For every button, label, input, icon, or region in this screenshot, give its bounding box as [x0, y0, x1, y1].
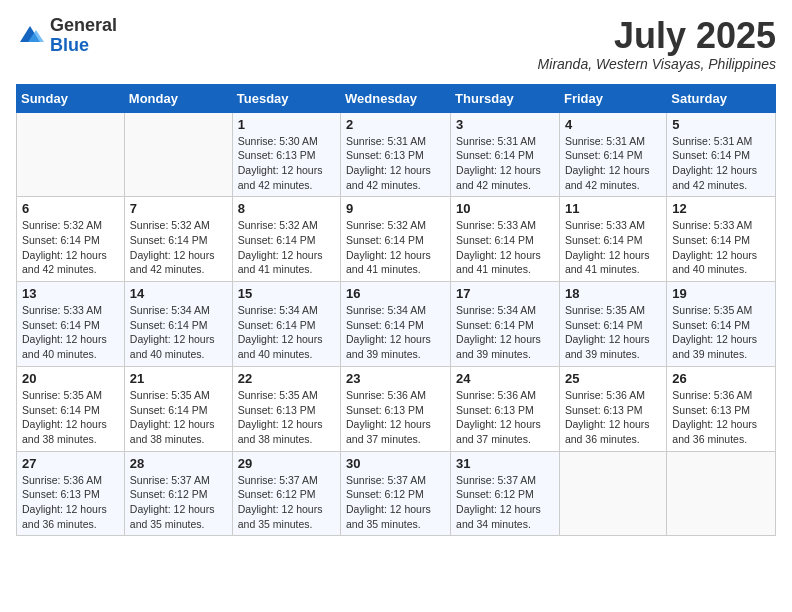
day-number: 21 — [130, 371, 227, 386]
day-number: 3 — [456, 117, 554, 132]
day-info: Sunrise: 5:34 AM Sunset: 6:14 PM Dayligh… — [130, 303, 227, 362]
day-header-tuesday: Tuesday — [232, 84, 340, 112]
day-number: 17 — [456, 286, 554, 301]
day-header-saturday: Saturday — [667, 84, 776, 112]
day-number: 30 — [346, 456, 445, 471]
day-number: 22 — [238, 371, 335, 386]
day-number: 16 — [346, 286, 445, 301]
day-info: Sunrise: 5:35 AM Sunset: 6:14 PM Dayligh… — [22, 388, 119, 447]
day-cell: 5Sunrise: 5:31 AM Sunset: 6:14 PM Daylig… — [667, 112, 776, 197]
day-info: Sunrise: 5:36 AM Sunset: 6:13 PM Dayligh… — [672, 388, 770, 447]
day-info: Sunrise: 5:33 AM Sunset: 6:14 PM Dayligh… — [456, 218, 554, 277]
week-row-1: 6Sunrise: 5:32 AM Sunset: 6:14 PM Daylig… — [17, 197, 776, 282]
logo: General Blue — [16, 16, 117, 56]
day-info: Sunrise: 5:36 AM Sunset: 6:13 PM Dayligh… — [456, 388, 554, 447]
day-header-monday: Monday — [124, 84, 232, 112]
week-row-3: 20Sunrise: 5:35 AM Sunset: 6:14 PM Dayli… — [17, 366, 776, 451]
day-info: Sunrise: 5:37 AM Sunset: 6:12 PM Dayligh… — [346, 473, 445, 532]
day-info: Sunrise: 5:37 AM Sunset: 6:12 PM Dayligh… — [238, 473, 335, 532]
day-info: Sunrise: 5:32 AM Sunset: 6:14 PM Dayligh… — [238, 218, 335, 277]
day-number: 6 — [22, 201, 119, 216]
day-info: Sunrise: 5:35 AM Sunset: 6:13 PM Dayligh… — [238, 388, 335, 447]
day-number: 25 — [565, 371, 661, 386]
day-cell: 2Sunrise: 5:31 AM Sunset: 6:13 PM Daylig… — [341, 112, 451, 197]
day-number: 2 — [346, 117, 445, 132]
day-header-friday: Friday — [559, 84, 666, 112]
calendar-body: 1Sunrise: 5:30 AM Sunset: 6:13 PM Daylig… — [17, 112, 776, 536]
logo-blue: Blue — [50, 36, 117, 56]
week-row-0: 1Sunrise: 5:30 AM Sunset: 6:13 PM Daylig… — [17, 112, 776, 197]
day-info: Sunrise: 5:32 AM Sunset: 6:14 PM Dayligh… — [22, 218, 119, 277]
day-cell: 1Sunrise: 5:30 AM Sunset: 6:13 PM Daylig… — [232, 112, 340, 197]
day-info: Sunrise: 5:37 AM Sunset: 6:12 PM Dayligh… — [456, 473, 554, 532]
day-info: Sunrise: 5:31 AM Sunset: 6:13 PM Dayligh… — [346, 134, 445, 193]
day-cell: 4Sunrise: 5:31 AM Sunset: 6:14 PM Daylig… — [559, 112, 666, 197]
day-cell — [559, 451, 666, 536]
day-number: 20 — [22, 371, 119, 386]
day-cell: 25Sunrise: 5:36 AM Sunset: 6:13 PM Dayli… — [559, 366, 666, 451]
day-cell: 14Sunrise: 5:34 AM Sunset: 6:14 PM Dayli… — [124, 282, 232, 367]
day-header-wednesday: Wednesday — [341, 84, 451, 112]
calendar-header: SundayMondayTuesdayWednesdayThursdayFrid… — [17, 84, 776, 112]
day-cell: 6Sunrise: 5:32 AM Sunset: 6:14 PM Daylig… — [17, 197, 125, 282]
day-number: 1 — [238, 117, 335, 132]
month-title: July 2025 — [538, 16, 776, 56]
day-header-sunday: Sunday — [17, 84, 125, 112]
day-info: Sunrise: 5:31 AM Sunset: 6:14 PM Dayligh… — [565, 134, 661, 193]
logo-general: General — [50, 16, 117, 36]
day-cell: 8Sunrise: 5:32 AM Sunset: 6:14 PM Daylig… — [232, 197, 340, 282]
day-cell: 30Sunrise: 5:37 AM Sunset: 6:12 PM Dayli… — [341, 451, 451, 536]
week-row-4: 27Sunrise: 5:36 AM Sunset: 6:13 PM Dayli… — [17, 451, 776, 536]
day-info: Sunrise: 5:32 AM Sunset: 6:14 PM Dayligh… — [346, 218, 445, 277]
day-cell: 27Sunrise: 5:36 AM Sunset: 6:13 PM Dayli… — [17, 451, 125, 536]
day-info: Sunrise: 5:34 AM Sunset: 6:14 PM Dayligh… — [456, 303, 554, 362]
day-cell: 29Sunrise: 5:37 AM Sunset: 6:12 PM Dayli… — [232, 451, 340, 536]
day-cell: 19Sunrise: 5:35 AM Sunset: 6:14 PM Dayli… — [667, 282, 776, 367]
day-cell: 12Sunrise: 5:33 AM Sunset: 6:14 PM Dayli… — [667, 197, 776, 282]
day-number: 11 — [565, 201, 661, 216]
day-number: 13 — [22, 286, 119, 301]
day-number: 28 — [130, 456, 227, 471]
day-cell: 23Sunrise: 5:36 AM Sunset: 6:13 PM Dayli… — [341, 366, 451, 451]
day-cell: 11Sunrise: 5:33 AM Sunset: 6:14 PM Dayli… — [559, 197, 666, 282]
day-info: Sunrise: 5:31 AM Sunset: 6:14 PM Dayligh… — [672, 134, 770, 193]
day-number: 19 — [672, 286, 770, 301]
day-cell: 26Sunrise: 5:36 AM Sunset: 6:13 PM Dayli… — [667, 366, 776, 451]
day-cell — [124, 112, 232, 197]
day-cell: 16Sunrise: 5:34 AM Sunset: 6:14 PM Dayli… — [341, 282, 451, 367]
logo-text: General Blue — [50, 16, 117, 56]
day-cell: 17Sunrise: 5:34 AM Sunset: 6:14 PM Dayli… — [451, 282, 560, 367]
day-number: 24 — [456, 371, 554, 386]
day-number: 9 — [346, 201, 445, 216]
day-cell — [667, 451, 776, 536]
day-info: Sunrise: 5:37 AM Sunset: 6:12 PM Dayligh… — [130, 473, 227, 532]
day-number: 12 — [672, 201, 770, 216]
header-row: SundayMondayTuesdayWednesdayThursdayFrid… — [17, 84, 776, 112]
day-info: Sunrise: 5:30 AM Sunset: 6:13 PM Dayligh… — [238, 134, 335, 193]
day-info: Sunrise: 5:32 AM Sunset: 6:14 PM Dayligh… — [130, 218, 227, 277]
day-number: 29 — [238, 456, 335, 471]
day-number: 4 — [565, 117, 661, 132]
day-number: 8 — [238, 201, 335, 216]
day-header-thursday: Thursday — [451, 84, 560, 112]
day-info: Sunrise: 5:34 AM Sunset: 6:14 PM Dayligh… — [238, 303, 335, 362]
day-cell: 9Sunrise: 5:32 AM Sunset: 6:14 PM Daylig… — [341, 197, 451, 282]
day-number: 15 — [238, 286, 335, 301]
page-header: General Blue July 2025 Miranda, Western … — [16, 16, 776, 72]
day-number: 10 — [456, 201, 554, 216]
day-cell: 22Sunrise: 5:35 AM Sunset: 6:13 PM Dayli… — [232, 366, 340, 451]
title-block: July 2025 Miranda, Western Visayas, Phil… — [538, 16, 776, 72]
day-number: 27 — [22, 456, 119, 471]
day-info: Sunrise: 5:35 AM Sunset: 6:14 PM Dayligh… — [130, 388, 227, 447]
location: Miranda, Western Visayas, Philippines — [538, 56, 776, 72]
day-info: Sunrise: 5:36 AM Sunset: 6:13 PM Dayligh… — [22, 473, 119, 532]
day-info: Sunrise: 5:35 AM Sunset: 6:14 PM Dayligh… — [672, 303, 770, 362]
logo-icon — [16, 22, 44, 50]
day-info: Sunrise: 5:35 AM Sunset: 6:14 PM Dayligh… — [565, 303, 661, 362]
day-info: Sunrise: 5:33 AM Sunset: 6:14 PM Dayligh… — [672, 218, 770, 277]
day-cell: 13Sunrise: 5:33 AM Sunset: 6:14 PM Dayli… — [17, 282, 125, 367]
day-info: Sunrise: 5:31 AM Sunset: 6:14 PM Dayligh… — [456, 134, 554, 193]
day-number: 7 — [130, 201, 227, 216]
day-number: 5 — [672, 117, 770, 132]
day-info: Sunrise: 5:36 AM Sunset: 6:13 PM Dayligh… — [565, 388, 661, 447]
